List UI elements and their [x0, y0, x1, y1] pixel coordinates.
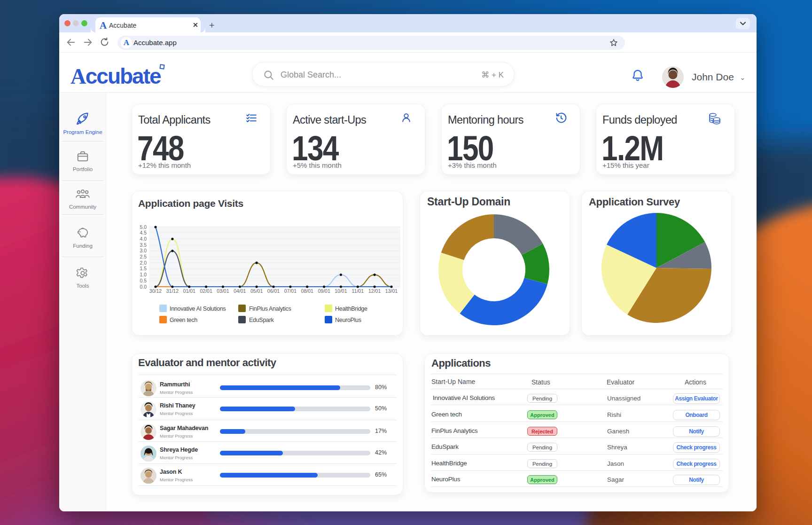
svg-text:0.0: 0.0 — [140, 284, 147, 290]
svg-text:10/01: 10/01 — [335, 288, 347, 294]
svg-text:08/01: 08/01 — [301, 288, 313, 294]
svg-text:03/01: 03/01 — [217, 288, 229, 294]
svg-text:13/01: 13/01 — [385, 288, 398, 294]
svg-text:0.5: 0.5 — [140, 278, 147, 283]
svg-text:05/01: 05/01 — [250, 288, 263, 294]
svg-text:HealthBridge: HealthBridge — [335, 306, 367, 312]
svg-text:31/12: 31/12 — [166, 288, 179, 294]
svg-text:2.0: 2.0 — [140, 260, 147, 266]
svg-text:07/01: 07/01 — [284, 288, 297, 294]
svg-text:2.5: 2.5 — [140, 254, 147, 259]
svg-text:Innovative AI Solutions: Innovative AI Solutions — [170, 306, 226, 312]
svg-text:30/12: 30/12 — [149, 288, 162, 294]
svg-text:02/01: 02/01 — [200, 288, 212, 294]
svg-text:06/01: 06/01 — [267, 288, 280, 294]
svg-text:1.5: 1.5 — [140, 266, 147, 271]
svg-text:Green tech: Green tech — [170, 317, 197, 323]
svg-text:12/01: 12/01 — [368, 288, 381, 294]
svg-text:FinPlus Analytics: FinPlus Analytics — [249, 306, 291, 312]
svg-text:09/01: 09/01 — [318, 288, 330, 294]
svg-text:3.5: 3.5 — [140, 242, 147, 248]
svg-text:1.0: 1.0 — [140, 272, 147, 277]
svg-text:01/01: 01/01 — [183, 288, 195, 294]
svg-text:NeuroPlus: NeuroPlus — [335, 317, 361, 323]
svg-text:4.0: 4.0 — [140, 236, 147, 242]
svg-text:3.0: 3.0 — [140, 248, 147, 253]
svg-text:EduSpark: EduSpark — [249, 317, 274, 323]
svg-text:4.5: 4.5 — [140, 230, 147, 235]
svg-text:11/01: 11/01 — [352, 288, 364, 294]
svg-text:5.0: 5.0 — [140, 224, 147, 230]
svg-text:04/01: 04/01 — [234, 288, 246, 294]
